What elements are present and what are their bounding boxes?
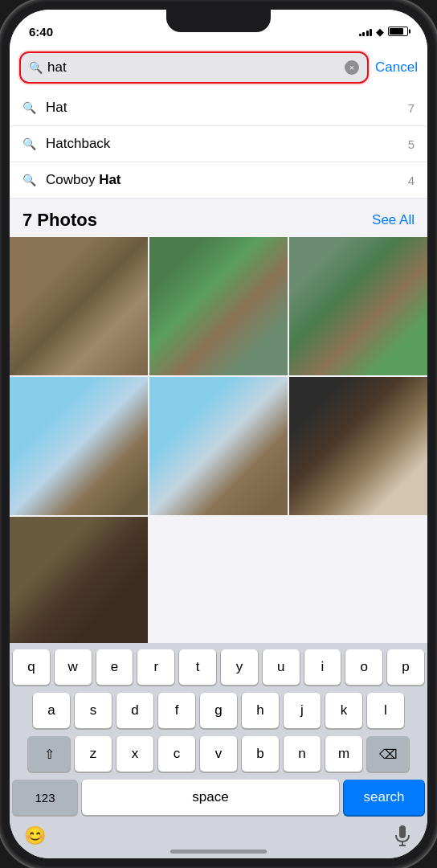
photos-section: 7 Photos See All	[10, 199, 427, 643]
suggestion-hat[interactable]: 🔍 Hat 7	[10, 90, 427, 126]
key-e[interactable]: e	[96, 649, 133, 685]
wifi-icon: ◆	[376, 26, 384, 38]
photo-cell-6[interactable]	[289, 377, 427, 515]
key-k[interactable]: k	[325, 693, 362, 728]
see-all-button[interactable]: See All	[372, 212, 415, 228]
svg-rect-0	[399, 825, 406, 838]
key-s[interactable]: s	[75, 693, 112, 728]
key-x[interactable]: x	[116, 736, 153, 772]
key-w[interactable]: w	[55, 649, 92, 685]
suggestion-hat-count: 7	[408, 101, 415, 115]
key-a[interactable]: a	[33, 693, 70, 728]
suggestion-hat-label: Hat	[46, 100, 398, 116]
home-indicator	[170, 850, 267, 854]
search-suggestion-icon-2: 🔍	[22, 137, 36, 150]
key-z[interactable]: z	[75, 736, 112, 772]
search-input[interactable]: hat	[47, 59, 340, 76]
suggestion-cowboy-hat-label: Cowboy Hat	[46, 172, 398, 188]
key-f[interactable]: f	[158, 693, 195, 728]
key-m[interactable]: m	[325, 736, 362, 772]
key-p[interactable]: p	[387, 649, 424, 685]
shift-key[interactable]: ⇧	[28, 736, 70, 772]
photo-cell-7[interactable]	[10, 517, 148, 643]
photo-cell-4[interactable]	[10, 377, 148, 515]
backspace-key[interactable]: ⌫	[367, 736, 409, 772]
photo-cell-5[interactable]	[149, 377, 288, 515]
keyboard-bottom-row: 123 space search	[13, 780, 424, 815]
key-n[interactable]: n	[284, 736, 321, 772]
emoji-button[interactable]: 😊	[19, 821, 50, 851]
search-suggestion-icon: 🔍	[22, 101, 36, 114]
suggestion-cowboy-hat[interactable]: 🔍 Cowboy Hat 4	[10, 162, 427, 199]
photo-cell-2[interactable]	[149, 237, 288, 375]
cancel-button[interactable]: Cancel	[375, 59, 418, 76]
microphone-button[interactable]	[387, 821, 418, 851]
key-l[interactable]: l	[367, 693, 404, 728]
search-suggestion-icon-3: 🔍	[22, 174, 36, 186]
key-c[interactable]: c	[158, 736, 195, 772]
key-i[interactable]: i	[304, 649, 341, 685]
photo-cell-1[interactable]	[10, 237, 148, 375]
key-t[interactable]: t	[179, 649, 216, 685]
key-b[interactable]: b	[242, 736, 279, 772]
keyboard-row-2: a s d f g h j k l	[13, 693, 424, 728]
phone-frame: 6:40 ◆ 🔍 hat ×	[0, 0, 437, 868]
keyboard-row-1: q w e r t y u i o p	[13, 649, 424, 685]
battery-icon	[388, 27, 408, 36]
numbers-key[interactable]: 123	[13, 780, 77, 815]
key-y[interactable]: y	[221, 649, 258, 685]
photos-grid	[10, 237, 427, 643]
suggestions-list: 🔍 Hat 7 🔍 Hatchback 5 🔍 Cowboy Hat 4	[10, 90, 427, 199]
search-bar-container: 🔍 hat × Cancel	[10, 45, 427, 90]
suggestion-hatchback[interactable]: 🔍 Hatchback 5	[10, 126, 427, 162]
key-u[interactable]: u	[263, 649, 300, 685]
search-key[interactable]: search	[344, 780, 424, 815]
search-clear-button[interactable]: ×	[345, 60, 359, 75]
keyboard-row-3: ⇧ z x c v b n m ⌫	[13, 736, 424, 772]
phone-screen: 6:40 ◆ 🔍 hat ×	[10, 10, 427, 858]
key-g[interactable]: g	[200, 693, 237, 728]
key-j[interactable]: j	[284, 693, 321, 728]
key-r[interactable]: r	[137, 649, 174, 685]
notch	[166, 10, 271, 32]
suggestion-hatchback-label: Hatchback	[46, 136, 398, 152]
suggestion-cowboy-hat-count: 4	[408, 174, 415, 187]
key-d[interactable]: d	[116, 693, 153, 728]
photo-cell-3[interactable]	[289, 237, 427, 375]
key-h[interactable]: h	[242, 693, 279, 728]
key-v[interactable]: v	[200, 736, 237, 772]
key-q[interactable]: q	[13, 649, 50, 685]
photos-count-label: 7 Photos	[22, 210, 97, 231]
search-icon: 🔍	[29, 61, 43, 74]
search-bar[interactable]: 🔍 hat ×	[19, 51, 369, 84]
suggestion-hatchback-count: 5	[408, 137, 415, 151]
key-o[interactable]: o	[345, 649, 382, 685]
keyboard: q w e r t y u i o p a s d f g h j k	[10, 643, 427, 858]
photos-header: 7 Photos See All	[10, 199, 427, 237]
signal-bars-icon	[359, 27, 373, 36]
space-key[interactable]: space	[82, 780, 339, 815]
status-time: 6:40	[29, 25, 53, 39]
status-icons: ◆	[359, 26, 409, 38]
